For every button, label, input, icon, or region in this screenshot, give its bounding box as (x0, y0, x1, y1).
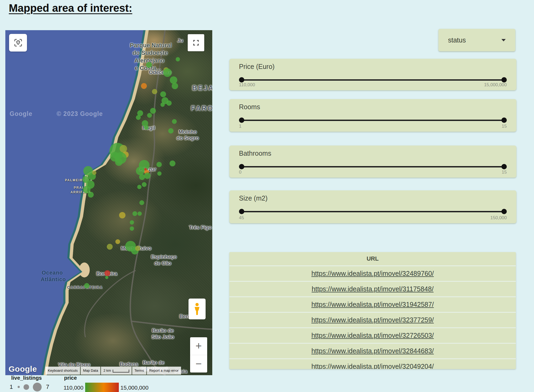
report-map-error-link[interactable]: Report a map error (147, 367, 181, 375)
url-link[interactable]: https://www.idealista.pt/imovel/32844683… (311, 347, 434, 355)
listing-dot[interactable] (92, 171, 96, 175)
listing-dot[interactable] (105, 276, 108, 279)
map-label: Oceano (42, 270, 63, 276)
rooms-slider-handle-max[interactable] (501, 117, 507, 123)
size-slider[interactable] (239, 209, 507, 211)
listing-dot[interactable] (168, 128, 174, 134)
size-filter-panel: Size (m2) 45 150,000 (229, 190, 516, 223)
size-label: Size (m2) (239, 194, 507, 202)
listing-dot[interactable] (172, 119, 177, 124)
listing-dot[interactable] (166, 100, 172, 106)
url-link[interactable]: https://www.idealista.pt/imovel/32377259… (311, 316, 434, 324)
listing-dot[interactable] (146, 62, 152, 68)
listing-dot[interactable] (141, 83, 147, 89)
url-table-rows: https://www.idealista.pt/imovel/32489760… (229, 265, 516, 369)
rooms-slider-track[interactable] (242, 120, 504, 121)
map-label: Barão de (143, 360, 164, 366)
status-dropdown[interactable]: status (438, 29, 515, 51)
listing-dot[interactable] (170, 160, 175, 166)
bathrooms-min-value: 0 (239, 170, 241, 175)
rooms-slider-handle-min[interactable] (239, 117, 244, 123)
url-link[interactable]: https://www.idealista.pt/imovel/32489760… (311, 270, 434, 277)
map-scale: 2 km (101, 367, 131, 375)
listing-dot[interactable] (156, 162, 162, 167)
listing-dot[interactable] (104, 270, 110, 276)
rooms-filter-panel: Rooms 1 15 (229, 99, 516, 132)
bordeira-lagoon-sand (79, 262, 90, 277)
price-slider[interactable] (239, 77, 507, 79)
listing-dot[interactable] (157, 171, 162, 176)
price-filter-panel: Price (Euro) 110,000 15,000,000 (229, 59, 516, 90)
listing-dot[interactable] (139, 200, 144, 205)
rooms-slider[interactable] (239, 117, 507, 120)
listing-dot[interactable] (138, 211, 142, 216)
listing-dot[interactable] (130, 220, 134, 225)
listing-dot[interactable] (139, 174, 145, 180)
rooms-label: Rooms (239, 103, 507, 111)
legend-size-min: 1 (10, 383, 13, 390)
url-link[interactable]: https://www.idealista.pt/imovel/31942587… (311, 301, 434, 308)
listing-dot[interactable] (144, 168, 147, 171)
legend-price-label: price (64, 375, 77, 381)
price-slider-track[interactable] (242, 79, 504, 81)
chevron-down-icon (501, 39, 506, 41)
listing-dot[interactable] (144, 125, 149, 130)
map-scale-bar (113, 370, 129, 373)
price-slider-handle-max[interactable] (501, 77, 507, 83)
listing-dot[interactable] (136, 115, 141, 120)
listing-dot[interactable] (137, 185, 142, 189)
map-label: Ben (179, 313, 189, 319)
size-slider-handle-max[interactable] (501, 209, 507, 214)
listing-dot[interactable] (115, 239, 120, 244)
recenter-map-button[interactable] (9, 34, 27, 52)
listing-dot[interactable] (163, 68, 172, 77)
size-max-value: 150,000 (490, 215, 507, 221)
rooms-min-value: 1 (239, 124, 241, 129)
bathrooms-slider-track[interactable] (242, 166, 504, 167)
listing-dot[interactable] (160, 103, 165, 107)
price-min-value: 110,000 (239, 82, 255, 88)
listing-dot[interactable] (136, 167, 144, 175)
listing-dot[interactable] (132, 211, 137, 216)
listing-dot[interactable] (176, 57, 180, 61)
legend-size-circle (23, 384, 29, 390)
bathrooms-label: Bathrooms (239, 150, 507, 157)
listing-dot[interactable] (152, 89, 157, 94)
map-label: de Cão (154, 260, 171, 266)
terms-link[interactable]: Terms (132, 367, 146, 375)
listing-dot[interactable] (84, 283, 89, 288)
listing-dot[interactable] (142, 182, 147, 187)
url-link[interactable]: https://www.idealista.pt/imovel/31175848… (312, 285, 434, 293)
url-link[interactable]: https://www.idealista.pt/imovel/32726503… (311, 332, 434, 339)
google-logo[interactable]: Google (9, 364, 37, 374)
listing-dot[interactable] (119, 212, 125, 218)
zoom-control: + − (190, 337, 207, 373)
fullscreen-button[interactable] (188, 34, 204, 51)
keyboard-shortcuts-link[interactable]: Keyboard shortcuts (45, 367, 80, 375)
size-slider-track[interactable] (242, 211, 504, 212)
listing-dot[interactable] (115, 158, 123, 166)
listing-dot[interactable] (172, 83, 178, 89)
price-slider-handle-min[interactable] (239, 77, 244, 83)
map[interactable]: Google © 2023 Google Parque Naturaldo Su… (5, 30, 212, 375)
listing-dot[interactable] (130, 226, 134, 231)
zoom-out-button[interactable]: − (190, 355, 207, 373)
url-link[interactable]: https://www.idealista.pt/imovel/32049204… (311, 363, 434, 369)
pegman-button[interactable] (189, 299, 206, 319)
map-scale-label: 2 km (103, 369, 111, 373)
bathrooms-slider[interactable] (239, 164, 507, 166)
map-label: Ju (177, 38, 183, 44)
listing-dot[interactable] (150, 108, 156, 114)
bathrooms-slider-handle-min[interactable] (239, 164, 244, 169)
bathrooms-slider-handle-max[interactable] (501, 164, 507, 169)
listing-dot[interactable] (107, 244, 113, 250)
zoom-in-button[interactable]: + (190, 337, 207, 355)
listing-dot[interactable] (88, 192, 94, 198)
rooms-max-value: 15 (502, 124, 507, 129)
size-min-value: 45 (239, 215, 244, 221)
listing-dot[interactable] (135, 246, 140, 251)
size-slider-handle-min[interactable] (239, 209, 244, 214)
listing-dot[interactable] (160, 91, 166, 97)
listing-dot[interactable] (144, 173, 151, 179)
listing-dot[interactable] (147, 113, 152, 118)
